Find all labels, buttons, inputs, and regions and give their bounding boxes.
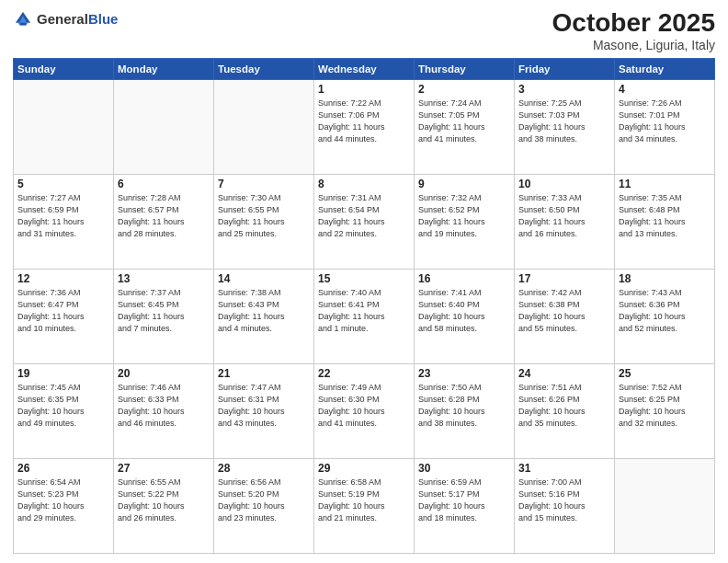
col-thursday: Thursday — [415, 58, 515, 79]
day-info: Sunrise: 6:55 AM Sunset: 5:22 PM Dayligh… — [118, 477, 210, 524]
svg-rect-2 — [19, 23, 26, 26]
day-number: 22 — [318, 367, 410, 380]
day-info: Sunrise: 7:43 AM Sunset: 6:36 PM Dayligh… — [619, 287, 711, 335]
day-cell: 13Sunrise: 7:37 AM Sunset: 6:45 PM Dayli… — [114, 269, 214, 363]
header: GeneralBlue October 2025 Masone, Liguria… — [13, 9, 715, 52]
day-info: Sunrise: 6:54 AM Sunset: 5:23 PM Dayligh… — [17, 477, 109, 524]
week-row-2: 12Sunrise: 7:36 AM Sunset: 6:47 PM Dayli… — [14, 269, 715, 363]
logo-general-text: General — [37, 11, 88, 27]
day-number: 7 — [218, 178, 310, 190]
day-number: 13 — [118, 272, 210, 285]
day-cell: 31Sunrise: 7:00 AM Sunset: 5:16 PM Dayli… — [515, 458, 615, 553]
day-cell: 28Sunrise: 6:56 AM Sunset: 5:20 PM Dayli… — [214, 458, 314, 553]
day-number: 2 — [418, 83, 510, 96]
day-number: 1 — [318, 83, 410, 96]
day-info: Sunrise: 7:36 AM Sunset: 6:47 PM Dayligh… — [17, 287, 109, 335]
day-number: 19 — [17, 367, 109, 380]
day-info: Sunrise: 7:40 AM Sunset: 6:41 PM Dayligh… — [318, 287, 410, 335]
day-info: Sunrise: 7:38 AM Sunset: 6:43 PM Dayligh… — [218, 287, 310, 335]
day-cell: 15Sunrise: 7:40 AM Sunset: 6:41 PM Dayli… — [314, 269, 415, 363]
day-number: 10 — [518, 178, 610, 190]
day-info: Sunrise: 6:58 AM Sunset: 5:19 PM Dayligh… — [318, 477, 410, 524]
day-info: Sunrise: 7:28 AM Sunset: 6:57 PM Dayligh… — [118, 192, 210, 240]
calendar-table: Sunday Monday Tuesday Wednesday Thursday… — [13, 58, 715, 554]
logo-blue-text: Blue — [88, 11, 119, 27]
day-info: Sunrise: 7:42 AM Sunset: 6:38 PM Dayligh… — [518, 287, 610, 335]
header-row: Sunday Monday Tuesday Wednesday Thursday… — [14, 58, 715, 79]
day-cell — [14, 79, 114, 174]
day-info: Sunrise: 6:59 AM Sunset: 5:17 PM Dayligh… — [418, 477, 510, 524]
day-number: 12 — [17, 272, 109, 285]
day-cell: 8Sunrise: 7:31 AM Sunset: 6:54 PM Daylig… — [314, 174, 415, 269]
day-cell: 22Sunrise: 7:49 AM Sunset: 6:30 PM Dayli… — [314, 363, 415, 458]
day-info: Sunrise: 7:52 AM Sunset: 6:25 PM Dayligh… — [619, 382, 711, 430]
day-cell: 17Sunrise: 7:42 AM Sunset: 6:38 PM Dayli… — [515, 269, 615, 363]
week-row-1: 5Sunrise: 7:27 AM Sunset: 6:59 PM Daylig… — [14, 174, 715, 269]
week-row-4: 26Sunrise: 6:54 AM Sunset: 5:23 PM Dayli… — [14, 458, 715, 553]
day-number: 27 — [118, 462, 210, 475]
col-tuesday: Tuesday — [214, 58, 314, 79]
day-info: Sunrise: 7:26 AM Sunset: 7:01 PM Dayligh… — [619, 98, 711, 145]
day-cell: 1Sunrise: 7:22 AM Sunset: 7:06 PM Daylig… — [314, 79, 415, 174]
day-number: 21 — [218, 367, 310, 380]
day-number: 24 — [518, 367, 610, 380]
logo-icon — [13, 9, 33, 29]
day-number: 15 — [318, 272, 410, 285]
day-cell: 20Sunrise: 7:46 AM Sunset: 6:33 PM Dayli… — [114, 363, 214, 458]
day-cell: 24Sunrise: 7:51 AM Sunset: 6:26 PM Dayli… — [515, 363, 615, 458]
day-info: Sunrise: 7:27 AM Sunset: 6:59 PM Dayligh… — [17, 192, 109, 240]
day-cell — [615, 458, 715, 553]
day-number: 28 — [218, 462, 310, 475]
day-cell: 4Sunrise: 7:26 AM Sunset: 7:01 PM Daylig… — [615, 79, 715, 174]
day-cell: 7Sunrise: 7:30 AM Sunset: 6:55 PM Daylig… — [214, 174, 314, 269]
day-number: 29 — [318, 462, 410, 475]
day-info: Sunrise: 7:00 AM Sunset: 5:16 PM Dayligh… — [518, 477, 610, 524]
day-number: 23 — [418, 367, 510, 380]
day-info: Sunrise: 7:22 AM Sunset: 7:06 PM Dayligh… — [318, 98, 410, 145]
day-cell: 29Sunrise: 6:58 AM Sunset: 5:19 PM Dayli… — [314, 458, 415, 553]
day-info: Sunrise: 7:45 AM Sunset: 6:35 PM Dayligh… — [17, 382, 109, 430]
logo: GeneralBlue — [13, 9, 118, 29]
day-number: 16 — [418, 272, 510, 285]
day-cell: 10Sunrise: 7:33 AM Sunset: 6:50 PM Dayli… — [515, 174, 615, 269]
day-cell: 25Sunrise: 7:52 AM Sunset: 6:25 PM Dayli… — [615, 363, 715, 458]
day-number: 25 — [619, 367, 711, 380]
day-cell: 16Sunrise: 7:41 AM Sunset: 6:40 PM Dayli… — [415, 269, 515, 363]
day-info: Sunrise: 7:47 AM Sunset: 6:31 PM Dayligh… — [218, 382, 310, 430]
day-number: 3 — [518, 83, 610, 96]
day-info: Sunrise: 7:25 AM Sunset: 7:03 PM Dayligh… — [518, 98, 610, 145]
calendar-title: October 2025 — [552, 9, 715, 38]
day-number: 5 — [17, 178, 109, 190]
day-number: 20 — [118, 367, 210, 380]
day-number: 11 — [619, 178, 711, 190]
day-cell: 18Sunrise: 7:43 AM Sunset: 6:36 PM Dayli… — [615, 269, 715, 363]
col-friday: Friday — [515, 58, 615, 79]
day-info: Sunrise: 7:32 AM Sunset: 6:52 PM Dayligh… — [418, 192, 510, 240]
day-info: Sunrise: 7:30 AM Sunset: 6:55 PM Dayligh… — [218, 192, 310, 240]
day-info: Sunrise: 7:50 AM Sunset: 6:28 PM Dayligh… — [418, 382, 510, 430]
day-cell: 3Sunrise: 7:25 AM Sunset: 7:03 PM Daylig… — [515, 79, 615, 174]
day-cell: 21Sunrise: 7:47 AM Sunset: 6:31 PM Dayli… — [214, 363, 314, 458]
day-number: 30 — [418, 462, 510, 475]
day-cell: 5Sunrise: 7:27 AM Sunset: 6:59 PM Daylig… — [14, 174, 114, 269]
day-info: Sunrise: 7:51 AM Sunset: 6:26 PM Dayligh… — [518, 382, 610, 430]
day-number: 26 — [17, 462, 109, 475]
day-cell: 6Sunrise: 7:28 AM Sunset: 6:57 PM Daylig… — [114, 174, 214, 269]
col-wednesday: Wednesday — [314, 58, 415, 79]
day-number: 14 — [218, 272, 310, 285]
day-info: Sunrise: 6:56 AM Sunset: 5:20 PM Dayligh… — [218, 477, 310, 524]
day-cell: 30Sunrise: 6:59 AM Sunset: 5:17 PM Dayli… — [415, 458, 515, 553]
day-number: 8 — [318, 178, 410, 190]
day-cell: 19Sunrise: 7:45 AM Sunset: 6:35 PM Dayli… — [14, 363, 114, 458]
calendar-subtitle: Masone, Liguria, Italy — [552, 38, 715, 52]
day-info: Sunrise: 7:49 AM Sunset: 6:30 PM Dayligh… — [318, 382, 410, 430]
day-number: 18 — [619, 272, 711, 285]
day-cell: 27Sunrise: 6:55 AM Sunset: 5:22 PM Dayli… — [114, 458, 214, 553]
day-info: Sunrise: 7:46 AM Sunset: 6:33 PM Dayligh… — [118, 382, 210, 430]
day-cell: 2Sunrise: 7:24 AM Sunset: 7:05 PM Daylig… — [415, 79, 515, 174]
page: GeneralBlue October 2025 Masone, Liguria… — [0, 0, 728, 563]
day-number: 17 — [518, 272, 610, 285]
col-monday: Monday — [114, 58, 214, 79]
day-info: Sunrise: 7:24 AM Sunset: 7:05 PM Dayligh… — [418, 98, 510, 145]
day-cell: 26Sunrise: 6:54 AM Sunset: 5:23 PM Dayli… — [14, 458, 114, 553]
